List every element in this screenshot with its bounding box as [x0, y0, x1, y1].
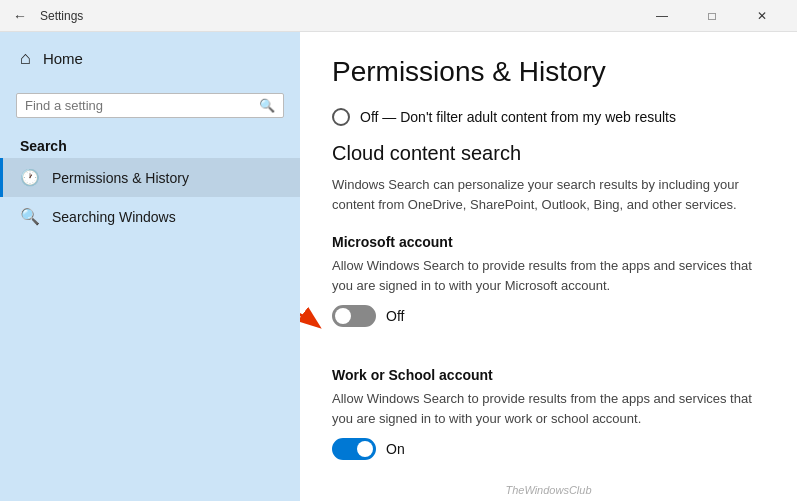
sidebar-search-area: 🔍 [0, 85, 300, 130]
titlebar-controls: — □ ✕ [639, 0, 785, 32]
close-button[interactable]: ✕ [739, 0, 785, 32]
toggle-thumb [335, 308, 351, 324]
microsoft-account-desc: Allow Windows Search to provide results … [332, 256, 765, 295]
permissions-icon: 🕐 [20, 168, 40, 187]
page-title: Permissions & History [332, 56, 765, 88]
cloud-section: Cloud content search Windows Search can … [332, 142, 765, 214]
cloud-section-desc: Windows Search can personalize your sear… [332, 175, 765, 214]
titlebar: ← Settings — □ ✕ [0, 0, 797, 32]
sidebar-item-searching-label: Searching Windows [52, 209, 176, 225]
search-box[interactable]: 🔍 [16, 93, 284, 118]
sidebar-section-label: Search [0, 130, 300, 158]
work-school-toggle-label: On [386, 441, 405, 457]
titlebar-title: Settings [40, 9, 83, 23]
cloud-section-title: Cloud content search [332, 142, 765, 165]
microsoft-account-section: Microsoft account Allow Windows Search t… [332, 234, 765, 347]
red-arrow-annotation [300, 297, 327, 342]
sidebar-item-permissions-label: Permissions & History [52, 170, 189, 186]
radio-off-label: Off — Don't filter adult content from my… [360, 109, 676, 125]
search-icon: 🔍 [259, 98, 275, 113]
work-school-section: Work or School account Allow Windows Sea… [332, 367, 765, 460]
home-label: Home [43, 50, 83, 67]
sidebar-home-item[interactable]: ⌂ Home [0, 32, 300, 85]
radio-off-button[interactable] [332, 108, 350, 126]
sidebar-item-permissions[interactable]: 🕐 Permissions & History [0, 158, 300, 197]
home-icon: ⌂ [20, 48, 31, 69]
microsoft-toggle-row: Off [332, 305, 404, 327]
titlebar-left: ← Settings [8, 4, 83, 28]
sidebar: ⌂ Home 🔍 Search 🕐 Permissions & History … [0, 32, 300, 501]
work-school-toggle-row: On [332, 438, 765, 460]
radio-off-row[interactable]: Off — Don't filter adult content from my… [332, 108, 765, 126]
work-school-toggle[interactable] [332, 438, 376, 460]
minimize-button[interactable]: — [639, 0, 685, 32]
microsoft-account-toggle[interactable] [332, 305, 376, 327]
watermark: TheWindowsClub [332, 480, 765, 500]
content-area: Permissions & History Off — Don't filter… [300, 32, 797, 501]
work-school-title: Work or School account [332, 367, 765, 383]
sidebar-item-searching[interactable]: 🔍 Searching Windows [0, 197, 300, 236]
app-body: ⌂ Home 🔍 Search 🕐 Permissions & History … [0, 32, 797, 501]
work-school-toggle-thumb [357, 441, 373, 457]
search-input[interactable] [25, 98, 253, 113]
microsoft-account-title: Microsoft account [332, 234, 765, 250]
microsoft-toggle-label: Off [386, 308, 404, 324]
work-school-desc: Allow Windows Search to provide results … [332, 389, 765, 428]
maximize-button[interactable]: □ [689, 0, 735, 32]
back-button[interactable]: ← [8, 4, 32, 28]
searching-icon: 🔍 [20, 207, 40, 226]
